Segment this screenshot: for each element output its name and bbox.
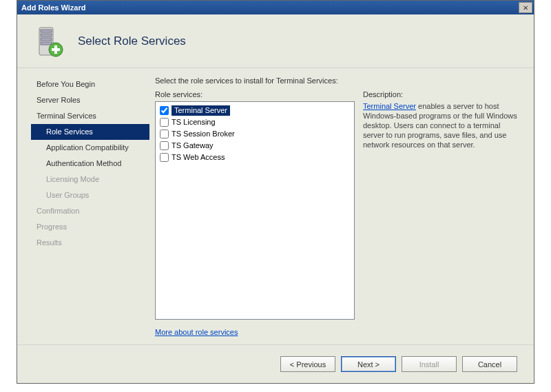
- close-button[interactable]: ✕: [519, 2, 532, 13]
- service-row-ts-gateway[interactable]: TS Gateway: [158, 140, 351, 152]
- page-title: Select Role Services: [78, 34, 186, 48]
- nav-item-authentication-method[interactable]: Authentication Method: [31, 156, 149, 172]
- cancel-button[interactable]: Cancel: [462, 356, 517, 372]
- nav-item-progress: Progress: [31, 219, 149, 235]
- wizard-window: Add Roles Wizard ✕ Select Role Services: [0, 0, 551, 392]
- nav-item-results: Results: [31, 235, 149, 251]
- nav-item-before-you-begin[interactable]: Before You Begin: [31, 76, 149, 92]
- titlebar: Add Roles Wizard ✕: [17, 1, 534, 14]
- service-checkbox[interactable]: [160, 141, 169, 150]
- service-checkbox[interactable]: [160, 153, 169, 162]
- service-label: TS Session Broker: [171, 129, 235, 139]
- services-column: Role services: Terminal ServerTS Licensi…: [155, 90, 355, 336]
- service-checkbox[interactable]: [160, 118, 169, 127]
- footer: < Previous Next > Install Cancel: [17, 344, 534, 383]
- svg-rect-4: [41, 42, 52, 45]
- service-row-terminal-server[interactable]: Terminal Server: [158, 105, 351, 116]
- service-row-ts-session-broker[interactable]: TS Session Broker: [158, 128, 351, 140]
- instruction-text: Select the role services to install for …: [155, 76, 517, 85]
- description-text: Terminal Server enables a server to host…: [363, 101, 517, 149]
- close-icon: ✕: [523, 4, 528, 12]
- previous-button[interactable]: < Previous: [280, 356, 335, 372]
- more-link[interactable]: More about role services: [155, 328, 355, 336]
- nav-item-server-roles[interactable]: Server Roles: [31, 92, 149, 108]
- header: Select Role Services: [17, 14, 534, 68]
- nav-item-terminal-services[interactable]: Terminal Services: [31, 108, 149, 124]
- description-column: Description: Terminal Server enables a s…: [363, 90, 517, 336]
- nav-item-confirmation: Confirmation: [31, 203, 149, 219]
- wizard-frame: Add Roles Wizard ✕ Select Role Services: [17, 0, 534, 384]
- server-role-icon: [34, 25, 67, 58]
- service-checkbox[interactable]: [160, 130, 169, 138]
- service-label: TS Gateway: [171, 141, 214, 151]
- service-label: Terminal Server: [171, 105, 230, 116]
- description-link[interactable]: Terminal Server: [363, 102, 416, 110]
- nav-item-user-groups: User Groups: [31, 187, 149, 203]
- install-button[interactable]: Install: [402, 356, 457, 372]
- svg-rect-7: [52, 48, 60, 51]
- svg-rect-2: [41, 34, 52, 37]
- titlebar-title: Add Roles Wizard: [21, 3, 519, 12]
- service-label: TS Web Access: [171, 152, 225, 163]
- nav-item-licensing-mode: Licensing Mode: [31, 172, 149, 187]
- service-row-ts-web-access[interactable]: TS Web Access: [158, 152, 351, 163]
- panels-row: Role services: Terminal ServerTS Licensi…: [155, 90, 517, 336]
- services-label: Role services:: [155, 90, 355, 99]
- main-content: Select the role services to install for …: [155, 68, 534, 344]
- nav-item-role-services[interactable]: Role Services: [31, 124, 149, 140]
- next-button[interactable]: Next >: [341, 356, 396, 372]
- svg-rect-1: [41, 30, 52, 32]
- sidebar: Before You BeginServer RolesTerminal Ser…: [17, 68, 155, 344]
- svg-rect-3: [41, 38, 52, 41]
- body: Before You BeginServer RolesTerminal Ser…: [17, 68, 534, 344]
- nav-item-application-compatibility[interactable]: Application Compatibility: [31, 140, 149, 156]
- service-row-ts-licensing[interactable]: TS Licensing: [158, 116, 351, 128]
- services-listbox[interactable]: Terminal ServerTS LicensingTS Session Br…: [155, 101, 355, 320]
- service-label: TS Licensing: [171, 117, 216, 127]
- description-label: Description:: [363, 90, 517, 99]
- service-checkbox[interactable]: [160, 106, 169, 115]
